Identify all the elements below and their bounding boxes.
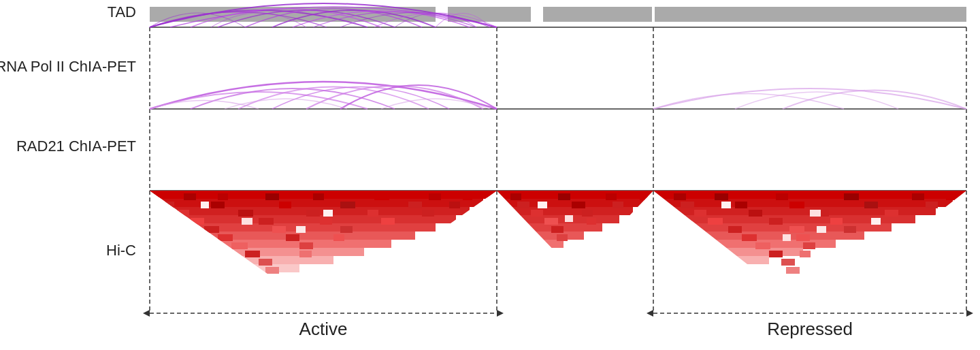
svg-rect-52 xyxy=(201,202,209,208)
svg-rect-109 xyxy=(749,210,762,217)
rad21-arc-s3 xyxy=(381,99,490,109)
svg-rect-38 xyxy=(320,218,332,225)
svg-rect-68 xyxy=(558,193,570,200)
svg-rect-96 xyxy=(653,297,660,305)
svg-rect-13 xyxy=(150,272,265,281)
svg-rect-116 xyxy=(789,226,804,233)
svg-rect-27 xyxy=(279,202,291,208)
svg-rect-71 xyxy=(517,202,529,208)
svg-rect-108 xyxy=(694,210,706,217)
svg-rect-121 xyxy=(803,242,815,249)
repressed-label: Repressed xyxy=(767,319,853,339)
svg-rect-97 xyxy=(674,193,686,200)
svg-rect-78 xyxy=(551,226,564,233)
svg-rect-104 xyxy=(735,202,747,208)
svg-rect-17 xyxy=(150,305,167,313)
svg-rect-50 xyxy=(259,259,272,266)
repressed-arrow-left xyxy=(647,310,653,317)
svg-rect-40 xyxy=(204,226,219,233)
svg-rect-35 xyxy=(422,210,434,217)
svg-rect-51 xyxy=(265,267,279,274)
svg-rect-9 xyxy=(150,240,391,248)
svg-rect-16 xyxy=(150,297,184,305)
svg-rect-46 xyxy=(231,242,248,249)
hic-right-heatmap xyxy=(653,191,966,305)
svg-rect-53 xyxy=(323,210,333,217)
svg-rect-88 xyxy=(653,232,864,240)
svg-rect-48 xyxy=(245,251,260,257)
svg-rect-74 xyxy=(531,210,543,217)
svg-rect-20 xyxy=(265,193,279,200)
svg-rect-29 xyxy=(408,202,422,208)
svg-rect-125 xyxy=(786,267,800,274)
svg-rect-80 xyxy=(538,202,547,208)
svg-rect-19 xyxy=(218,193,228,200)
svg-rect-123 xyxy=(800,251,811,257)
svg-rect-45 xyxy=(333,234,344,241)
svg-rect-124 xyxy=(781,259,795,266)
svg-rect-111 xyxy=(885,210,898,217)
svg-rect-115 xyxy=(728,226,742,233)
hic-label: Hi-C xyxy=(106,242,136,259)
svg-rect-63 xyxy=(497,240,564,248)
svg-rect-98 xyxy=(715,193,728,200)
svg-rect-31 xyxy=(177,210,189,217)
active-arrow-right xyxy=(497,310,504,317)
svg-rect-75 xyxy=(582,210,593,217)
svg-rect-76 xyxy=(544,218,558,225)
svg-rect-62 xyxy=(497,232,584,240)
svg-rect-49 xyxy=(299,251,312,257)
rad21-arc-r3 xyxy=(735,92,898,109)
svg-rect-18 xyxy=(184,193,196,200)
svg-rect-106 xyxy=(864,202,878,208)
svg-rect-95 xyxy=(653,289,668,297)
svg-rect-64 xyxy=(497,248,543,256)
repressed-arrow-right xyxy=(966,310,973,317)
svg-rect-73 xyxy=(612,202,623,208)
svg-rect-41 xyxy=(272,226,286,233)
hic-mid-heatmap xyxy=(497,191,653,272)
svg-rect-54 xyxy=(242,218,252,225)
svg-rect-23 xyxy=(429,193,441,200)
svg-rect-120 xyxy=(755,242,770,249)
svg-rect-91 xyxy=(653,256,769,264)
svg-rect-117 xyxy=(844,226,856,233)
svg-rect-36 xyxy=(191,218,204,225)
svg-rect-15 xyxy=(150,289,204,297)
svg-rect-34 xyxy=(368,210,378,217)
svg-rect-114 xyxy=(830,218,843,225)
svg-rect-37 xyxy=(259,218,274,225)
svg-rect-81 xyxy=(565,215,573,222)
svg-rect-26 xyxy=(211,202,225,208)
svg-rect-119 xyxy=(796,234,810,241)
svg-rect-127 xyxy=(810,210,821,217)
svg-rect-103 xyxy=(681,202,694,208)
svg-rect-100 xyxy=(844,193,859,200)
svg-rect-112 xyxy=(708,218,723,225)
svg-rect-107 xyxy=(926,202,938,208)
svg-rect-93 xyxy=(653,272,708,281)
svg-rect-69 xyxy=(606,193,617,200)
rna-pol-label: RNA Pol II ChIA-PET xyxy=(0,58,136,75)
svg-rect-43 xyxy=(218,234,233,241)
svg-rect-105 xyxy=(789,202,804,208)
svg-rect-118 xyxy=(742,234,757,241)
svg-rect-39 xyxy=(381,218,395,225)
rad21-arc-r4 xyxy=(783,91,966,110)
svg-rect-44 xyxy=(286,234,299,241)
svg-rect-30 xyxy=(449,202,460,208)
svg-rect-129 xyxy=(817,226,826,233)
svg-rect-122 xyxy=(769,251,783,257)
rad21-label: RAD21 ChIA-PET xyxy=(16,138,136,155)
svg-rect-70 xyxy=(640,193,648,200)
svg-rect-77 xyxy=(587,218,596,225)
svg-rect-72 xyxy=(572,202,585,208)
rad21-arc-r2 xyxy=(653,94,844,110)
svg-rect-24 xyxy=(463,193,472,200)
svg-rect-66 xyxy=(497,264,509,272)
svg-rect-130 xyxy=(783,234,791,241)
svg-rect-67 xyxy=(510,193,521,200)
svg-rect-94 xyxy=(653,281,686,289)
svg-rect-32 xyxy=(238,210,253,217)
tad-label: TAD xyxy=(108,3,136,20)
